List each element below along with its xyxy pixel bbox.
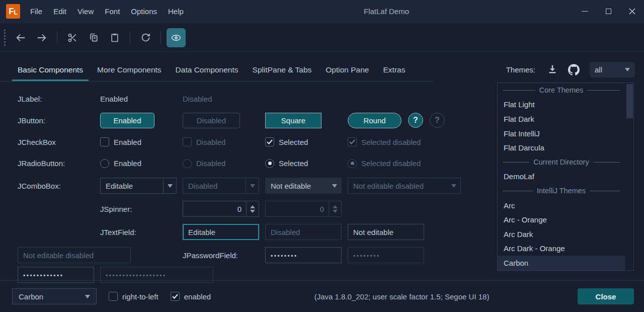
- theme-item-flat-intellij[interactable]: Flat IntelliJ: [498, 126, 625, 141]
- github-icon: [568, 64, 580, 75]
- maximize-button[interactable]: [597, 0, 620, 23]
- theme-item-arc[interactable]: Arc: [498, 198, 625, 213]
- spinner-enabled[interactable]: [183, 201, 259, 217]
- menu-file[interactable]: File: [25, 0, 48, 23]
- tab-data-components[interactable]: Data Components: [169, 58, 246, 82]
- textfield-not-editable[interactable]: [348, 224, 424, 240]
- theme-item-flat-dark[interactable]: Flat Dark: [498, 112, 625, 126]
- paste-clipboard-icon: [110, 33, 120, 43]
- textfield-editable-focused[interactable]: [183, 224, 259, 240]
- themes-filter-value: all: [595, 65, 625, 74]
- checkbox-enabled[interactable]: Enabled: [100, 137, 183, 146]
- checkbox-box-checked: [348, 137, 357, 146]
- checkbox-selected-disabled: Selected disabled: [348, 137, 494, 146]
- back-button[interactable]: [11, 28, 30, 47]
- download-themes-button[interactable]: [544, 61, 560, 77]
- radio-label: Enabled: [114, 159, 141, 168]
- enabled-checkbox[interactable]: enabled: [171, 292, 211, 301]
- eye-icon: [171, 32, 182, 43]
- checkbox-box[interactable]: [109, 292, 118, 301]
- menu-font[interactable]: Font: [99, 0, 125, 23]
- spinner-buttons[interactable]: [246, 201, 259, 216]
- theme-item-arc-dark[interactable]: Arc Dark: [498, 227, 625, 242]
- checkbox-box-checked[interactable]: [265, 137, 274, 146]
- theme-item-carbon-selected[interactable]: Carbon: [498, 256, 625, 270]
- tab-extras[interactable]: Extras: [376, 58, 413, 82]
- back-arrow-icon: [15, 32, 26, 43]
- checkbox-box-checked[interactable]: [171, 292, 180, 301]
- radio-disabled: Disabled: [183, 159, 265, 168]
- minimize-button[interactable]: [573, 0, 597, 23]
- radio-circle-selected: [348, 159, 357, 168]
- spinner-value-input[interactable]: [183, 201, 246, 216]
- copy-button[interactable]: [84, 28, 103, 47]
- paste-button[interactable]: [105, 28, 124, 47]
- github-button[interactable]: [566, 61, 582, 77]
- spinner-down-icon[interactable]: [250, 210, 255, 213]
- combobox-not-editable-disabled: Not editable disabled: [348, 178, 461, 194]
- radio-label: Disabled: [196, 159, 225, 168]
- jpasswordfield-row-label: JPasswordField:: [183, 251, 265, 260]
- tab-option-pane[interactable]: Option Pane: [318, 58, 376, 82]
- radio-circle[interactable]: [100, 159, 109, 168]
- jlabel-disabled: Disabled: [183, 95, 212, 103]
- radio-circle-selected[interactable]: [265, 159, 274, 168]
- menu-options[interactable]: Options: [125, 0, 163, 23]
- themes-filter-combobox[interactable]: all: [590, 62, 635, 77]
- tabstrip-underline: [0, 81, 434, 82]
- window-title: FlatLaf Demo: [364, 7, 409, 16]
- show-hints-toggle-button[interactable]: [167, 28, 186, 47]
- square-button[interactable]: Square: [265, 113, 321, 128]
- combobox-not-editable[interactable]: Not editable: [265, 178, 342, 194]
- close-button[interactable]: Close: [578, 288, 634, 304]
- theme-item-arc-dark-orange[interactable]: Arc Dark - Orange: [498, 242, 625, 256]
- tab-more-components[interactable]: More Components: [90, 58, 169, 82]
- menu-view[interactable]: View: [72, 0, 99, 23]
- textfield-disabled: [265, 224, 342, 240]
- help-button[interactable]: ?: [408, 113, 423, 128]
- cut-button[interactable]: [63, 28, 82, 47]
- jbutton-row-label: JButton:: [18, 116, 100, 125]
- look-and-feel-value: Carbon: [19, 292, 85, 301]
- menu-help[interactable]: Help: [163, 0, 189, 23]
- checkbox-box: [183, 137, 192, 146]
- jlabel-enabled: Enabled: [100, 95, 128, 103]
- look-and-feel-combobox[interactable]: Carbon: [12, 288, 97, 304]
- checkbox-box[interactable]: [100, 137, 109, 146]
- checkbox-label: right-to-left: [122, 292, 158, 301]
- minimize-icon: [582, 11, 588, 12]
- forward-button[interactable]: [32, 28, 51, 47]
- toolbar-drag-grip-icon[interactable]: [4, 30, 6, 46]
- spinner-up-icon[interactable]: [250, 205, 255, 208]
- maximize-icon: [606, 9, 611, 14]
- radio-dot: [351, 162, 354, 165]
- tab-basic-components[interactable]: Basic Components: [11, 58, 90, 82]
- combobox-editable[interactable]: Editable: [100, 178, 177, 194]
- theme-section-core-themes: Core Themes: [498, 83, 625, 98]
- help-button-disabled: ?: [430, 113, 445, 128]
- menu-edit[interactable]: Edit: [48, 0, 72, 23]
- theme-item-demolaf[interactable]: DemoLaf: [498, 170, 625, 184]
- combobox-value: Not editable disabled: [348, 178, 447, 193]
- checkbox-selected[interactable]: Selected: [265, 137, 348, 146]
- chevron-down-icon: [332, 184, 337, 188]
- radio-label: Selected disabled: [361, 159, 421, 168]
- checkmark-icon: [267, 139, 273, 144]
- refresh-button[interactable]: [136, 28, 155, 47]
- theme-item-arc-orange[interactable]: Arc - Orange: [498, 212, 625, 227]
- close-window-button[interactable]: [620, 0, 644, 23]
- theme-item-flat-light[interactable]: Flat Light: [498, 98, 625, 112]
- radio-selected[interactable]: Selected: [265, 159, 348, 168]
- jtextfield-row-label: JTextField:: [100, 228, 183, 237]
- passwordfield-enabled[interactable]: [265, 247, 342, 263]
- enabled-button[interactable]: Enabled: [100, 113, 154, 128]
- themes-list-scrollbar-thumb[interactable]: [626, 84, 633, 118]
- chevron-down-icon: [250, 184, 255, 188]
- forward-arrow-icon: [36, 32, 47, 43]
- jcombobox-row-label: JComboBox:: [18, 182, 100, 190]
- right-to-left-checkbox[interactable]: right-to-left: [109, 292, 158, 301]
- round-button[interactable]: Round: [348, 113, 401, 128]
- tab-splitpane-tabs[interactable]: SplitPane & Tabs: [246, 58, 319, 82]
- radio-enabled[interactable]: Enabled: [100, 159, 183, 168]
- theme-item-flat-darcula[interactable]: Flat Darcula: [498, 140, 625, 155]
